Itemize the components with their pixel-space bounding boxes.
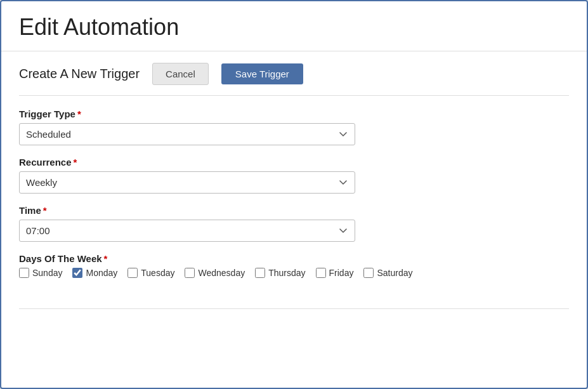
- time-label: Time*: [19, 205, 569, 216]
- time-required-star: *: [43, 205, 47, 216]
- time-select[interactable]: 00:0001:0002:00 03:0004:0005:00 06:0007:…: [19, 220, 355, 242]
- recurrence-group: Recurrence* Daily Weekly Monthly Yearly: [19, 157, 569, 194]
- form-section: Create A New Trigger Cancel Save Trigger…: [1, 51, 587, 309]
- bottom-divider: [19, 308, 569, 309]
- trigger-type-select[interactable]: Scheduled Manual On Record Change On Rec…: [19, 123, 355, 145]
- day-tuesday-checkbox[interactable]: [127, 268, 138, 278]
- day-wednesday-checkbox[interactable]: [185, 268, 195, 278]
- day-sunday[interactable]: Sunday: [19, 268, 62, 278]
- trigger-type-required-star: *: [77, 109, 81, 119]
- form-header-title: Create A New Trigger: [19, 67, 140, 81]
- days-of-week-label: Days Of The Week*: [19, 253, 569, 264]
- day-friday-checkbox[interactable]: [316, 268, 326, 278]
- day-saturday-checkbox[interactable]: [363, 268, 374, 278]
- save-trigger-button[interactable]: Save Trigger: [221, 63, 303, 84]
- form-header: Create A New Trigger Cancel Save Trigger: [19, 63, 569, 96]
- recurrence-select[interactable]: Daily Weekly Monthly Yearly: [19, 171, 355, 194]
- day-monday-checkbox[interactable]: [72, 268, 82, 278]
- cancel-button[interactable]: Cancel: [152, 63, 209, 85]
- day-sunday-checkbox[interactable]: [19, 268, 29, 278]
- day-saturday[interactable]: Saturday: [363, 268, 412, 278]
- trigger-type-group: Trigger Type* Scheduled Manual On Record…: [19, 109, 569, 145]
- main-window: Edit Automation Create A New Trigger Can…: [0, 0, 588, 389]
- time-group: Time* 00:0001:0002:00 03:0004:0005:00 06…: [19, 205, 569, 242]
- days-required-star: *: [104, 253, 108, 264]
- day-thursday-checkbox[interactable]: [255, 268, 265, 278]
- days-of-week-group: Days Of The Week* Sunday Monday Tuesday: [19, 253, 569, 278]
- days-row: Sunday Monday Tuesday Wednesday: [19, 268, 569, 278]
- day-thursday[interactable]: Thursday: [255, 268, 305, 278]
- day-wednesday[interactable]: Wednesday: [185, 268, 245, 278]
- page-title: Edit Automation: [1, 1, 587, 51]
- recurrence-required-star: *: [74, 157, 77, 168]
- day-tuesday[interactable]: Tuesday: [127, 268, 174, 278]
- recurrence-label: Recurrence*: [19, 157, 569, 168]
- trigger-type-label: Trigger Type*: [19, 109, 569, 119]
- form-body: Trigger Type* Scheduled Manual On Record…: [19, 96, 569, 302]
- day-monday[interactable]: Monday: [72, 268, 117, 278]
- day-friday[interactable]: Friday: [316, 268, 354, 278]
